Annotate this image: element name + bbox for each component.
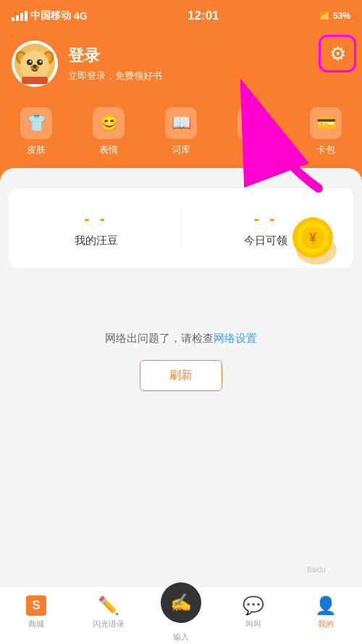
profile-info[interactable]: 登录 立即登录，免费领好书 — [68, 45, 162, 83]
emotion-label: 表情 — [99, 143, 118, 156]
nav-icons-row: 👕 皮肤 😊 表情 📖 词库 🏠 主 💳 卡包 — [0, 101, 362, 168]
login-title: 登录 — [68, 45, 162, 67]
tab-flash[interactable]: ✏️ 闪光语录 — [72, 595, 145, 635]
battery-label: 53% — [333, 11, 350, 21]
flash-label: 闪光语录 — [93, 619, 125, 630]
my-wangdou-value: - - — [84, 209, 108, 228]
assistant-icon: 💬 — [243, 595, 264, 616]
store-icon: S — [26, 595, 46, 616]
header: 登录 立即登录，免费领好书 ⚙ — [0, 32, 362, 101]
nav-vocabulary[interactable]: 📖 词库 — [145, 107, 217, 156]
host-icon: 🏠 — [237, 107, 269, 139]
emotion-icon: 😊 — [93, 107, 125, 139]
input-label: 输入 — [173, 632, 189, 643]
nav-wallet[interactable]: 💳 卡包 — [290, 107, 362, 156]
baidu-watermark: Baidu — [304, 563, 362, 585]
gold-coin-icon: ¥ — [284, 210, 342, 268]
settings-button[interactable]: ⚙ — [319, 35, 356, 72]
signal-icon — [12, 11, 28, 21]
status-right: 📶 53% — [319, 11, 350, 21]
my-wangdou-label: 我的汪豆 — [75, 234, 118, 248]
vocabulary-icon: 📖 — [165, 107, 197, 139]
status-bar: 中国移动 4G 12:01 📶 53% — [0, 0, 362, 32]
tab-input[interactable]: ✍ 输入 — [145, 582, 217, 644]
tab-store[interactable]: S 商城 — [0, 595, 72, 635]
wangdou-left: - - 我的汪豆 — [26, 209, 182, 248]
wifi-icon: 📶 — [319, 11, 330, 21]
tab-mine[interactable]: 👤 我的 — [290, 595, 362, 635]
input-center-button[interactable]: ✍ — [161, 582, 201, 623]
login-subtitle: 立即登录，免费领好书 — [68, 70, 162, 83]
network-label: 4G — [74, 10, 88, 22]
svg-point-8 — [30, 61, 32, 63]
store-label: 商城 — [28, 619, 44, 630]
today-wangdou-value: - - — [254, 209, 278, 228]
skin-label: 皮肤 — [27, 143, 46, 156]
profile-row[interactable]: 登录 立即登录，免费领好书 — [12, 41, 350, 87]
status-carrier: 中国移动 4G — [12, 9, 88, 22]
header-curve — [0, 168, 362, 183]
avatar[interactable] — [12, 41, 58, 87]
wangdou-card: - - 我的汪豆 - - 今日可领 ¥ — [9, 188, 353, 268]
input-icon: ✍ — [170, 593, 192, 613]
wallet-icon: 💳 — [310, 107, 342, 139]
avatar-dog-icon — [14, 43, 55, 84]
status-time: 12:01 — [188, 9, 219, 23]
error-section: 网络出问题了，请检查网络设置 刷新 — [0, 274, 362, 420]
gear-icon: ⚙ — [329, 43, 346, 65]
svg-text:¥: ¥ — [309, 230, 316, 245]
vocabulary-label: 词库 — [172, 143, 190, 156]
mine-label: 我的 — [318, 619, 334, 630]
carrier-label: 中国移动 — [30, 9, 71, 22]
tab-bar: S 商城 ✏️ 闪光语录 ✍ 输入 💬 叫叫 👤 我的 — [0, 586, 362, 644]
error-message: 网络出问题了，请检查网络设置 — [105, 332, 257, 346]
today-wangdou-label: 今日可领 — [244, 234, 287, 248]
nav-emotion[interactable]: 😊 表情 — [72, 107, 145, 156]
nav-skin[interactable]: 👕 皮肤 — [0, 107, 72, 156]
error-text-main: 网络出问题了，请检查 — [105, 332, 214, 344]
mine-icon: 👤 — [315, 595, 337, 616]
nav-host[interactable]: 🏠 主 — [217, 107, 290, 156]
assistant-label: 叫叫 — [245, 619, 261, 630]
tab-assistant[interactable]: 💬 叫叫 — [217, 595, 290, 635]
host-label: 主 — [249, 143, 258, 156]
wallet-label: 卡包 — [316, 143, 335, 156]
svg-point-9 — [40, 61, 42, 63]
skin-icon: 👕 — [20, 107, 52, 139]
network-settings-link[interactable]: 网络设置 — [214, 332, 257, 344]
svg-rect-12 — [22, 77, 48, 84]
svg-point-11 — [33, 65, 37, 69]
refresh-button[interactable]: 刷新 — [140, 360, 222, 391]
flash-icon: ✏️ — [98, 595, 119, 616]
